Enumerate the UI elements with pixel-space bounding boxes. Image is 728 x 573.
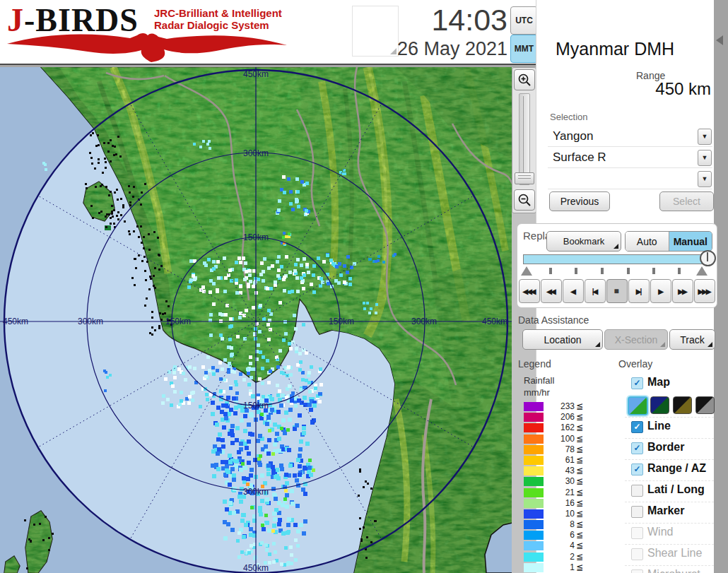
legend-row: 61≦ [524,455,589,466]
overlay-label: Wind [647,526,673,538]
manual-button[interactable]: Manual [669,232,712,251]
checkbox[interactable]: ✓ [631,463,643,475]
chevron-down-icon[interactable]: ▼ [698,129,712,145]
overlay-item-marker[interactable]: Marker [625,502,714,523]
checkbox[interactable]: ✓ [631,421,643,433]
dropdown-extra[interactable]: ▼ [548,170,712,189]
overlay-item-map[interactable]: ✓Map [625,374,714,394]
overlay-item-wind[interactable]: Wind [625,523,714,544]
overlay-item-shear-line[interactable]: Shear Line [625,544,714,565]
step-last-button[interactable]: ▶| [628,279,650,303]
step-first-button[interactable]: |◀ [585,279,606,303]
zoom-slider-track[interactable] [519,93,530,185]
map-style-terrain-gray[interactable] [695,396,715,414]
overlay-item-range-az[interactable]: ✓Range / AZ [625,459,714,480]
legend-row: 8≦ [524,519,589,530]
overlay-label: Line [647,420,671,432]
slider-start-marker[interactable] [521,266,532,276]
zoom-slider-thumb[interactable] [515,172,534,184]
legend-row: 16≦ [524,498,589,509]
legend-row: 21≦ [524,488,589,498]
legend-row: 233≦ [524,401,589,412]
overlay-item-line[interactable]: ✓Line [625,417,714,438]
legend-swatch [524,423,544,432]
legend-swatch [524,413,544,422]
lte-symbol: ≦ [576,509,583,519]
legend-value: 30 [545,476,575,486]
map-style-terrain-dark[interactable] [650,396,669,414]
x-section-button[interactable]: X-Section [604,329,668,350]
location-button[interactable]: Location [522,329,603,350]
zoom-out-icon [517,193,532,207]
legend-row: 100≦ [524,434,589,444]
overlay-label: Shear Line [647,547,702,560]
map-style-terrain-olive[interactable] [673,396,692,414]
checkbox[interactable] [631,485,643,497]
legend-row: 2≦ [524,552,589,562]
zoom-out-button[interactable] [514,189,535,211]
play-button[interactable]: ▶ [650,279,671,303]
slider-end-marker[interactable] [696,266,708,276]
replay-mode-toggle: Auto Manual [625,231,712,252]
checkbox[interactable]: ✓ [631,377,643,389]
track-button[interactable]: Track [669,329,715,350]
legend-swatch [524,435,544,444]
overlay-item-border[interactable]: ✓Border [625,438,714,459]
mmt-button[interactable]: MMT [510,35,538,63]
ring-label: 300km [243,487,269,497]
replay-slider-thumb[interactable] [700,250,716,266]
stop-button[interactable]: ■ [606,279,628,303]
legend-value: 206 [545,412,575,422]
overlay-item-microburst[interactable]: Microburst [625,565,714,573]
lte-symbol: ≦ [576,498,583,508]
play-reverse-button[interactable]: ◀ [563,279,584,303]
forward-button[interactable]: ▶▶ [672,279,693,303]
rewind-fast-button[interactable]: ◀◀◀ [519,279,540,303]
legend-row: 10≦ [524,509,589,519]
dropdown-product[interactable]: Surface R ▼ [548,148,712,168]
checkbox[interactable] [631,569,643,573]
overlay-item-lati-long[interactable]: Lati / Long [625,480,714,502]
utc-button[interactable]: UTC [510,6,538,35]
lte-symbol: ≦ [576,434,583,444]
selection-label: Selection [550,112,587,122]
ring-label: 450km [3,317,28,326]
overlay-list: ✓Map✓Line✓Border✓Range / AZLati / LongMa… [625,374,714,573]
legend-swatch [524,488,544,497]
legend-row: 6≦ [524,530,589,540]
checkbox[interactable] [631,548,643,560]
radar-map[interactable]: 450km300km150km150km300km450km450km300km… [0,67,512,573]
select-button[interactable]: Select [659,191,714,211]
legend-row: 43≦ [524,466,589,476]
legend-swatch [524,445,544,454]
bookmark-button[interactable]: Bookmark [546,231,621,252]
legend-value: 61 [545,455,575,465]
ring-label: 300km [411,317,437,326]
dropdown-site[interactable]: Yangon ▼ [548,127,712,147]
legend-value: 4 [545,540,575,550]
zoom-in-button[interactable] [514,69,535,90]
ring-label: 150km [165,317,191,326]
previous-button[interactable]: Previous [549,191,610,211]
map-style-terrain-light[interactable] [628,396,648,415]
ring-label: 300km [243,148,269,158]
legend-swatch [524,520,544,529]
lte-symbol: ≦ [576,444,583,454]
chevron-down-icon[interactable]: ▼ [698,171,712,187]
chevron-down-icon[interactable]: ▼ [698,150,712,166]
header-divider [0,64,536,65]
checkbox[interactable] [631,506,643,518]
auto-button[interactable]: Auto [626,232,669,251]
checkbox[interactable] [631,527,643,539]
legend-row: 78≦ [524,444,589,455]
replay-slider-track[interactable] [523,254,710,264]
rewind-button[interactable]: ◀◀ [541,279,562,303]
checkbox[interactable]: ✓ [631,442,643,454]
lte-symbol: ≦ [576,476,583,486]
overlay-label: Range / AZ [647,462,706,475]
overlay-label: Border [647,441,684,454]
legend-title: Legend [518,358,551,370]
collapse-panel-icon[interactable] [716,35,723,45]
legend-value: 1 [545,562,575,572]
forward-fast-button[interactable]: ▶▶▶ [694,279,715,303]
